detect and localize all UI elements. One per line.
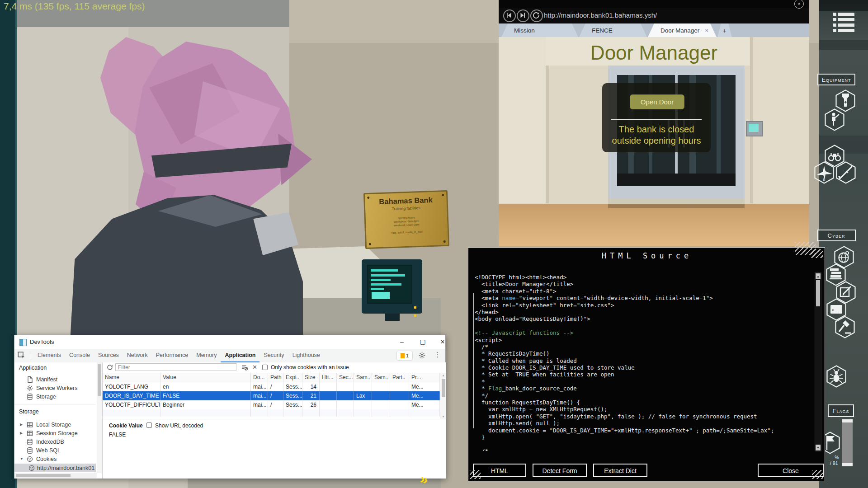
- column-header[interactable]: Pr...: [409, 373, 440, 382]
- refresh-icon[interactable]: [106, 364, 113, 372]
- detect-form-button[interactable]: Detect Form: [533, 464, 587, 477]
- clear-filter-icon[interactable]: ✕: [252, 364, 257, 371]
- maximize-button[interactable]: ▢: [415, 335, 430, 348]
- chevron-right-icon[interactable]: ▶: [14, 422, 26, 427]
- cookie-cell: en: [160, 382, 251, 391]
- column-header[interactable]: Size: [302, 373, 320, 382]
- scroll-up-icon[interactable]: ▲: [440, 374, 446, 377]
- issues-badge[interactable]: 1: [396, 351, 413, 361]
- cookie-cell: [354, 400, 372, 409]
- sidebar-item-manifest[interactable]: Manifest: [14, 375, 96, 384]
- html-button[interactable]: HTML: [473, 464, 526, 477]
- column-header[interactable]: Part..: [390, 373, 409, 382]
- url-decoded-label[interactable]: Show URL decoded: [155, 422, 203, 429]
- cookies-table-header: NameValueDo...PathExpi..SizeHtt...Sec...…: [103, 373, 440, 382]
- scroll-down-icon[interactable]: ▼: [816, 445, 821, 450]
- cookie-row-DOOR_IS_DAY_TIME[interactable]: DOOR_IS_DAY_TIMEFALSEmai.../Sess...21Lax…: [103, 391, 440, 400]
- devtools-tab-security[interactable]: Security: [259, 349, 288, 362]
- close-window-button[interactable]: ×: [435, 335, 450, 348]
- code-line: xmlHttp.open( "GET", "isdaytime.php", fa…: [475, 413, 813, 420]
- column-header[interactable]: Htt...: [320, 373, 337, 382]
- code-scrollbar[interactable]: ▲ ▼: [815, 272, 821, 451]
- sidebar-horizontal-scrollbar[interactable]: [14, 473, 97, 478]
- flags-progress-bar: [842, 419, 853, 466]
- sidebar-item-local-storage[interactable]: ▶ Local Storage: [14, 420, 96, 429]
- open-door-button[interactable]: Open Door: [630, 94, 684, 109]
- column-header[interactable]: Path: [268, 373, 283, 382]
- menu-icon[interactable]: [833, 13, 855, 33]
- devtools-tab-performance[interactable]: Performance: [152, 349, 193, 362]
- settings-gear-icon[interactable]: [418, 352, 426, 361]
- cookie-cell: FALSE: [160, 391, 251, 400]
- sidebar-item-storage[interactable]: Storage: [14, 392, 96, 401]
- inspect-element-icon[interactable]: [17, 351, 31, 360]
- monitor-stand: [385, 314, 400, 321]
- code-line: xmlHttp.send( null );: [475, 420, 813, 427]
- fps-counter: 7,4 ms (135 fps, 115 average fps): [4, 1, 145, 12]
- devtools-tab-elements[interactable]: Elements: [33, 349, 65, 362]
- reload-button[interactable]: [530, 9, 543, 22]
- devtools-tab-network[interactable]: Network: [123, 349, 152, 362]
- sidebar-section-application: Application: [19, 365, 47, 371]
- issues-checkbox[interactable]: [262, 365, 268, 370]
- chevron-down-icon[interactable]: ▼: [14, 457, 26, 461]
- tab-fence[interactable]: FENCE: [579, 23, 647, 37]
- table-scrollbar[interactable]: ▲ ▼: [440, 373, 446, 419]
- tab-mission[interactable]: Mission: [501, 23, 578, 37]
- url-decoded-checkbox[interactable]: [146, 422, 152, 428]
- cookie-row-YOLOCTF_LANG[interactable]: YOLOCTF_LANGenmai.../Sess...14Me...: [103, 382, 440, 391]
- sidebar-item-session-storage[interactable]: ▶ Session Storage: [14, 429, 96, 437]
- chevron-right-icon[interactable]: ▶: [14, 431, 26, 435]
- filter-input[interactable]: [115, 363, 236, 371]
- door-keypad[interactable]: [746, 121, 763, 136]
- cookie-row-YOLOCTF_DIFFICULTY[interactable]: YOLOCTF_DIFFICULTYBeginnermai.../Sess...…: [103, 400, 440, 409]
- devtools-tab-console[interactable]: Console: [65, 349, 94, 362]
- sidebar-item-cookies[interactable]: ▼ Cookies: [14, 455, 96, 463]
- cookie-cell: /: [268, 382, 283, 391]
- tab-door-manager[interactable]: Door Manager ×: [648, 23, 717, 37]
- back-button[interactable]: [503, 9, 516, 22]
- devtools-tab-memory[interactable]: Memory: [192, 349, 221, 362]
- tab-close-icon[interactable]: ×: [705, 27, 708, 34]
- column-header[interactable]: Sam..: [372, 373, 390, 382]
- scroll-up-icon[interactable]: ▲: [816, 273, 821, 279]
- devtools-tab-sources[interactable]: Sources: [94, 349, 123, 362]
- code-line: /*: [475, 448, 813, 451]
- column-header[interactable]: Expi..: [283, 373, 302, 382]
- flags-section-label: Flags: [828, 404, 854, 417]
- column-header[interactable]: Sec...: [337, 373, 354, 382]
- kebab-menu-icon[interactable]: ⋮: [434, 351, 441, 359]
- database-icon: [26, 393, 34, 400]
- sidebar-vertical-scrollbar[interactable]: [97, 362, 102, 473]
- source-code-view[interactable]: <!DOCTYPE html><html><head> <title>Door …: [475, 274, 813, 451]
- scroll-thumb[interactable]: [816, 280, 820, 306]
- issues-checkbox-label[interactable]: Only show cookies with an issue: [271, 364, 349, 371]
- sidebar-item-indexeddb[interactable]: IndexedDB: [14, 437, 96, 446]
- cookie-cell: Beginner: [160, 400, 251, 409]
- door-kickplate: [617, 174, 736, 186]
- column-header[interactable]: Do...: [251, 373, 268, 382]
- sidebar-item-web-sql[interactable]: Web SQL: [14, 446, 96, 455]
- panel-divider: [611, 119, 702, 120]
- sidebar-item-cookie-origin[interactable]: http://maindoor.bank01 ▼: [14, 464, 96, 472]
- new-tab-button[interactable]: +: [717, 23, 732, 37]
- minimize-button[interactable]: –: [394, 335, 410, 348]
- door-manager-page: Door Manager Open Door The bank is close…: [499, 37, 809, 246]
- extract-dict-button[interactable]: Extract Dict: [593, 464, 647, 477]
- forward-button[interactable]: [517, 9, 529, 22]
- sidebar-item-service-workers[interactable]: Service Workers: [14, 384, 96, 392]
- resize-handle-icon[interactable]: [795, 242, 816, 255]
- code-line: <body onload="RequestIsDayTime()">: [475, 315, 813, 322]
- scroll-down-icon[interactable]: ▼: [440, 415, 446, 418]
- column-header[interactable]: Name: [103, 373, 160, 382]
- filter-list-icon[interactable]: [241, 364, 248, 372]
- cookie-cell: mai...: [251, 382, 268, 391]
- desk-monitor: [362, 259, 422, 314]
- column-header[interactable]: Value: [160, 373, 251, 382]
- code-line: <!DOCTYPE html><html><head>: [475, 274, 813, 281]
- devtools-tab-lighthouse[interactable]: Lighthouse: [288, 349, 324, 362]
- address-bar[interactable]: http://maindoor.bank01.bahamas.ysh/: [544, 11, 657, 19]
- column-header[interactable]: Sam..: [354, 373, 372, 382]
- devtools-window-title: DevTools: [30, 338, 54, 345]
- devtools-tab-application[interactable]: Application: [221, 349, 259, 362]
